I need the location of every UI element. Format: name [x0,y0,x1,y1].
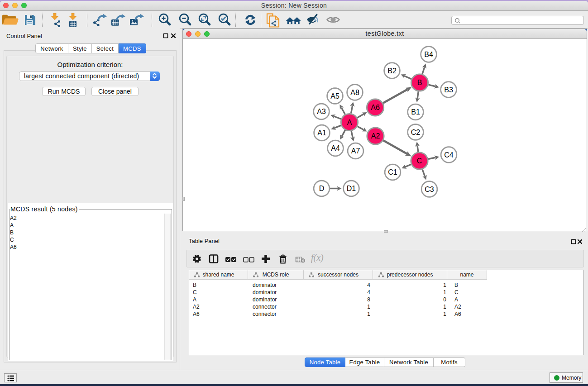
svg-text:B: B [417,79,422,86]
svg-text:A: A [347,119,352,126]
svg-text:A8: A8 [350,89,359,96]
svg-text:C1: C1 [388,168,397,176]
svg-text:A7: A7 [351,147,360,155]
svg-text:A4: A4 [331,144,340,152]
svg-text:A2: A2 [371,132,380,140]
svg-text:A5: A5 [330,92,339,100]
svg-text:C: C [417,157,422,165]
svg-text:A3: A3 [317,108,326,115]
svg-text:B2: B2 [387,67,397,75]
svg-text:D: D [319,185,325,192]
svg-text:B4: B4 [424,51,433,58]
svg-text:B3: B3 [444,86,453,94]
svg-text:C3: C3 [425,186,434,193]
svg-text:D1: D1 [347,185,356,192]
svg-text:C4: C4 [444,151,454,159]
svg-text:C2: C2 [411,129,421,136]
svg-text:A1: A1 [317,129,326,137]
svg-text:A6: A6 [371,104,380,111]
svg-text:B1: B1 [411,108,420,116]
